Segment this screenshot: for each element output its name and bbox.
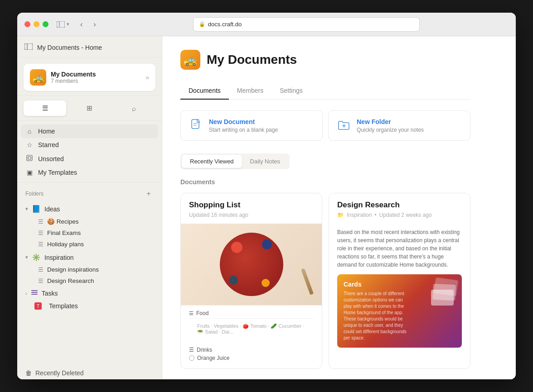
sidebar-item-label: My Templates: [38, 169, 77, 176]
chevron-right-icon: ›: [25, 291, 27, 296]
berry-decoration: [229, 276, 238, 285]
main-content: 🚕 My Documents Documents Members Setting…: [162, 36, 516, 379]
sidebar-item-label: Starred: [38, 141, 59, 148]
berry-decoration: [231, 242, 242, 253]
tab-settings[interactable]: Settings: [271, 82, 311, 100]
folder-icon-tasks: [31, 289, 38, 297]
minimize-button[interactable]: [34, 21, 39, 27]
sidebar-nav: ⌂ Home ☆ Starred Unsorted: [17, 121, 162, 182]
sidebar-item-label: Home: [38, 128, 55, 135]
food-icon: ☰: [189, 311, 194, 316]
document-icon: ☰: [38, 218, 44, 225]
checkbox-icon: [189, 355, 194, 361]
folder-item-tasks[interactable]: › Tasks: [21, 287, 158, 300]
workspace-members: 7 members: [51, 78, 96, 84]
sidebar-item-my-templates[interactable]: ▣ My Templates: [21, 166, 158, 179]
drinks-label: ☰ Drinks: [189, 347, 314, 353]
sidebar-item-label: Unsorted: [38, 155, 64, 163]
svg-rect-5: [28, 157, 31, 159]
section-title: Documents: [180, 178, 470, 186]
design-card-content: Based on the most recent interactions wi…: [329, 224, 470, 354]
sub-item-label: Final Exams: [47, 229, 81, 236]
svg-rect-0: [57, 21, 65, 28]
workspace-expand-icon[interactable]: »: [145, 74, 149, 81]
panel-icon: [24, 43, 33, 52]
new-folder-card[interactable]: New Folder Quickly organize your notes: [328, 110, 470, 141]
berry-decoration: [262, 239, 272, 249]
list-item[interactable]: ☰ 🍪 Recipes: [21, 215, 158, 227]
list-item[interactable]: ☰ Design inspirations: [21, 264, 158, 275]
stack-card: [431, 290, 454, 306]
view-tabs: Recently Viewed Daily Notes: [180, 153, 290, 169]
svg-rect-9: [192, 120, 199, 129]
document-card-design-research[interactable]: Design Research 📁 Inspiration • Updated …: [329, 193, 470, 369]
design-card-description: Based on the most recent interactions wi…: [337, 228, 462, 269]
url-bar: 🔒 docs.craft.do: [193, 17, 420, 32]
oj-item: Orange Juice: [189, 354, 314, 362]
back-button[interactable]: ‹: [78, 19, 85, 30]
doc-card-title: Design Research: [337, 201, 462, 210]
list-item[interactable]: ☰ Holiday plans: [21, 239, 158, 250]
forward-button[interactable]: ›: [91, 19, 98, 30]
sidebar-item-starred[interactable]: ☆ Starred: [21, 138, 158, 152]
traffic-lights: [24, 21, 48, 27]
folder-label: Ideas: [44, 206, 60, 213]
doc-card-header: Design Research 📁 Inspiration • Updated …: [329, 193, 470, 224]
document-card-shopping-list[interactable]: Shopping List Updated 16 minutes ago: [180, 193, 322, 369]
folder-label: Inspiration: [44, 254, 74, 261]
doc-card-image: [181, 224, 322, 305]
folders-section: Folders + ▾ 📘 Ideas ☰ 🍪 Recipes ☰ Final …: [17, 182, 162, 367]
new-folder-icon: [337, 118, 351, 133]
tab-recently-viewed[interactable]: Recently Viewed: [182, 155, 242, 168]
documents-grid: Shopping List Updated 16 minutes ago: [180, 193, 470, 369]
new-folder-desc: Quickly organize your notes: [357, 127, 424, 133]
document-icon: ☰: [38, 277, 44, 284]
document-icon: ☰: [38, 241, 44, 248]
tab-members[interactable]: Members: [229, 82, 271, 100]
close-button[interactable]: [24, 21, 30, 27]
sidebar-item-unsorted[interactable]: Unsorted: [21, 152, 158, 166]
sidebar-header: My Documents - Home: [17, 36, 162, 57]
grid-view-button[interactable]: ⊞: [68, 100, 111, 116]
search-button[interactable]: ⌕: [113, 100, 155, 116]
title-bar: ▾ ‹ › 🔒 docs.craft.do: [17, 13, 516, 36]
workspace-details: My Documents 7 members: [51, 71, 96, 84]
sidebar-item-home[interactable]: ⌂ Home: [21, 124, 158, 138]
folder-label: Tasks: [42, 290, 58, 297]
new-document-text: New Document Start writing on a blank pa…: [209, 118, 278, 133]
folders-label: Folders: [25, 191, 44, 197]
url-text: docs.craft.do: [208, 21, 242, 28]
folder-item-ideas[interactable]: ▾ 📘 Ideas: [21, 202, 158, 215]
sidebar: My Documents - Home 🚕 My Documents 7 mem…: [17, 36, 162, 379]
new-document-card[interactable]: New Document Start writing on a blank pa…: [180, 110, 323, 141]
home-icon: ⌂: [25, 128, 34, 135]
tab-daily-notes[interactable]: Daily Notes: [242, 155, 288, 168]
new-document-title: New Document: [209, 118, 278, 125]
list-view-button[interactable]: ☰: [24, 100, 66, 116]
workspace-section: 🚕 My Documents 7 members »: [17, 57, 162, 96]
list-item[interactable]: ☰ Design Research: [21, 275, 158, 287]
folder-item-inspiration[interactable]: ▾ ✳️ Inspiration: [21, 251, 158, 264]
folder-icon-ideas: 📘: [32, 205, 41, 213]
food-tags: Fruits · Vegetables · 🍅 Tomato · 🥒 Cucum…: [189, 318, 314, 339]
tab-documents[interactable]: Documents: [180, 82, 229, 100]
lock-icon: 🔒: [199, 21, 205, 27]
new-folder-text: New Folder Quickly organize your notes: [357, 118, 424, 133]
recently-deleted-label: Recently Deleted: [35, 369, 84, 377]
doc-card-meta: 📁 Inspiration • Updated 2 weeks ago: [337, 212, 462, 218]
add-folder-button[interactable]: +: [144, 189, 154, 199]
maximize-button[interactable]: [43, 21, 48, 27]
workspace-card[interactable]: 🚕 My Documents 7 members »: [24, 64, 155, 91]
browser-content: My Documents - Home 🚕 My Documents 7 mem…: [17, 36, 516, 379]
unsorted-icon: [25, 155, 34, 163]
sidebar-item-templates[interactable]: T Templates: [21, 300, 158, 312]
browser-window: ▾ ‹ › 🔒 docs.craft.do My Documents - Hom…: [17, 13, 516, 379]
new-document-desc: Start writing on a blank page: [209, 127, 278, 133]
workspace-name: My Documents: [51, 71, 96, 78]
star-icon: ☆: [25, 141, 34, 148]
food-bowl-illustration: [220, 233, 283, 296]
sidebar-toggle-button[interactable]: ▾: [54, 19, 72, 29]
sidebar-item-recently-deleted[interactable]: 🗑 Recently Deleted: [21, 367, 158, 379]
sub-item-label: Design inspirations: [47, 266, 99, 273]
list-item[interactable]: ☰ Final Exams: [21, 227, 158, 239]
